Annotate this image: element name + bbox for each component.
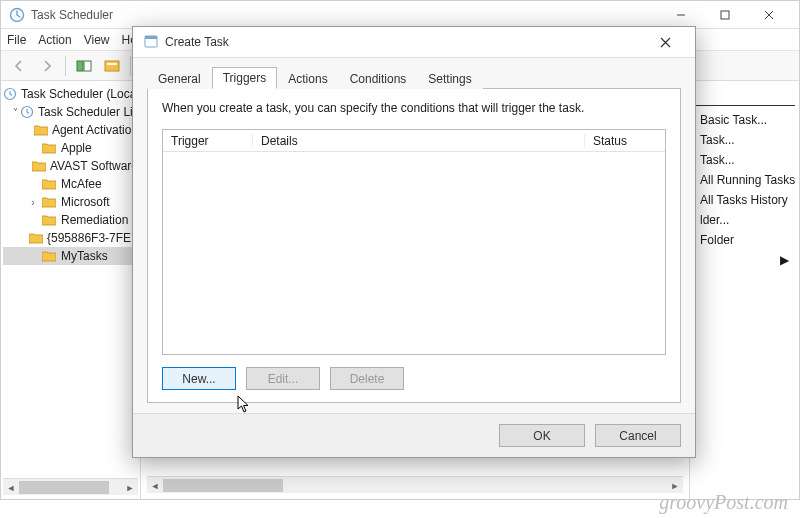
- tree-item-5[interactable]: Remediation: [3, 211, 138, 229]
- expander-closed-icon[interactable]: ›: [27, 197, 39, 208]
- folder-icon: [41, 248, 57, 264]
- dialog-icon: [143, 33, 159, 52]
- action-item-more[interactable]: ▶: [694, 250, 795, 270]
- folder-icon: [29, 230, 43, 246]
- folder-icon: [41, 212, 57, 228]
- svg-rect-4: [105, 61, 119, 71]
- col-status[interactable]: Status: [585, 134, 665, 148]
- app-icon: [9, 7, 25, 23]
- titlebar: Task Scheduler: [1, 1, 799, 29]
- toolbar-forward-icon[interactable]: [35, 55, 59, 77]
- create-task-dialog: Create Task General Triggers Actions Con…: [132, 26, 696, 458]
- new-trigger-button[interactable]: New...: [162, 367, 236, 390]
- tree-item-2[interactable]: AVAST Software: [3, 157, 138, 175]
- scroll-right-icon[interactable]: ►: [122, 479, 138, 496]
- actions-pane-header: [694, 87, 795, 106]
- center-horizontal-scrollbar[interactable]: ◄ ►: [147, 476, 683, 493]
- svg-rect-11: [145, 36, 157, 39]
- minimize-button[interactable]: [659, 2, 703, 28]
- tree-library[interactable]: ˅ Task Scheduler Library: [3, 103, 138, 121]
- action-item-3[interactable]: All Running Tasks...: [694, 170, 795, 190]
- actions-pane: Basic Task... Task... Task... All Runnin…: [689, 81, 799, 499]
- tab-triggers[interactable]: Triggers: [212, 67, 278, 89]
- tree-item-6[interactable]: {595886F3-7FE...: [3, 229, 138, 247]
- menu-view[interactable]: View: [84, 33, 110, 47]
- window-title: Task Scheduler: [31, 8, 113, 22]
- tab-general[interactable]: General: [147, 68, 212, 89]
- dialog-body: General Triggers Actions Conditions Sett…: [133, 57, 695, 413]
- folder-icon: [34, 122, 48, 138]
- dialog-title: Create Task: [165, 35, 229, 49]
- window-controls: [659, 2, 791, 28]
- tree-horizontal-scrollbar[interactable]: ◄ ►: [3, 478, 138, 495]
- tab-settings[interactable]: Settings: [417, 68, 482, 89]
- clock-icon: [3, 86, 17, 102]
- action-item-5[interactable]: lder...: [694, 210, 795, 230]
- tree-item-7-selected[interactable]: MyTasks: [3, 247, 138, 265]
- cancel-button[interactable]: Cancel: [595, 424, 681, 447]
- tree-root-label: Task Scheduler (Local): [21, 87, 141, 101]
- expander-open-icon[interactable]: ˅: [13, 107, 18, 118]
- dialog-close-button[interactable]: [645, 28, 685, 56]
- triggers-panel: When you create a task, you can specify …: [147, 88, 681, 403]
- action-item-0[interactable]: Basic Task...: [694, 110, 795, 130]
- scroll-thumb[interactable]: [163, 479, 283, 492]
- dialog-footer: OK Cancel: [133, 413, 695, 457]
- tree-item-1[interactable]: Apple: [3, 139, 138, 157]
- tab-actions[interactable]: Actions: [277, 68, 338, 89]
- edit-trigger-button[interactable]: Edit...: [246, 367, 320, 390]
- close-button[interactable]: [747, 2, 791, 28]
- tree-library-label: Task Scheduler Library: [38, 105, 141, 119]
- tab-conditions[interactable]: Conditions: [339, 68, 418, 89]
- delete-trigger-button[interactable]: Delete: [330, 367, 404, 390]
- action-item-4[interactable]: All Tasks History: [694, 190, 795, 210]
- triggers-header: Trigger Details Status: [163, 130, 665, 152]
- toolbar-back-icon[interactable]: [7, 55, 31, 77]
- tree-pane[interactable]: Task Scheduler (Local) ˅ Task Scheduler …: [1, 81, 141, 499]
- menu-file[interactable]: File: [7, 33, 26, 47]
- scroll-thumb[interactable]: [19, 481, 109, 494]
- tree-item-3[interactable]: McAfee: [3, 175, 138, 193]
- scroll-left-icon[interactable]: ◄: [3, 479, 19, 496]
- svg-rect-5: [107, 63, 117, 65]
- library-icon: [20, 104, 34, 120]
- toolbar-separator-2: [130, 56, 131, 76]
- trigger-buttons: New... Edit... Delete: [162, 367, 666, 390]
- svg-rect-2: [77, 61, 83, 71]
- folder-icon: [41, 140, 57, 156]
- action-item-1[interactable]: Task...: [694, 130, 795, 150]
- ok-button[interactable]: OK: [499, 424, 585, 447]
- col-trigger[interactable]: Trigger: [163, 134, 253, 148]
- action-item-2[interactable]: Task...: [694, 150, 795, 170]
- dialog-titlebar: Create Task: [133, 27, 695, 57]
- action-item-6[interactable]: Folder: [694, 230, 795, 250]
- folder-icon: [41, 194, 57, 210]
- menu-action[interactable]: Action: [38, 33, 71, 47]
- dialog-tabs: General Triggers Actions Conditions Sett…: [147, 64, 681, 88]
- toolbar-btn-2[interactable]: [100, 55, 124, 77]
- watermark: groovyPost.com: [659, 491, 788, 514]
- triggers-hint: When you create a task, you can specify …: [162, 101, 666, 115]
- svg-rect-1: [721, 11, 729, 19]
- svg-rect-3: [84, 61, 91, 71]
- tree-item-4[interactable]: › Microsoft: [3, 193, 138, 211]
- tree-root[interactable]: Task Scheduler (Local): [3, 85, 138, 103]
- folder-icon: [41, 176, 57, 192]
- scroll-left-icon[interactable]: ◄: [147, 477, 163, 494]
- toolbar-separator: [65, 56, 66, 76]
- maximize-button[interactable]: [703, 2, 747, 28]
- col-details[interactable]: Details: [253, 134, 585, 148]
- tree-item-0[interactable]: Agent Activation: [3, 121, 138, 139]
- folder-icon: [32, 158, 46, 174]
- triggers-list[interactable]: Trigger Details Status: [162, 129, 666, 355]
- toolbar-btn-1[interactable]: [72, 55, 96, 77]
